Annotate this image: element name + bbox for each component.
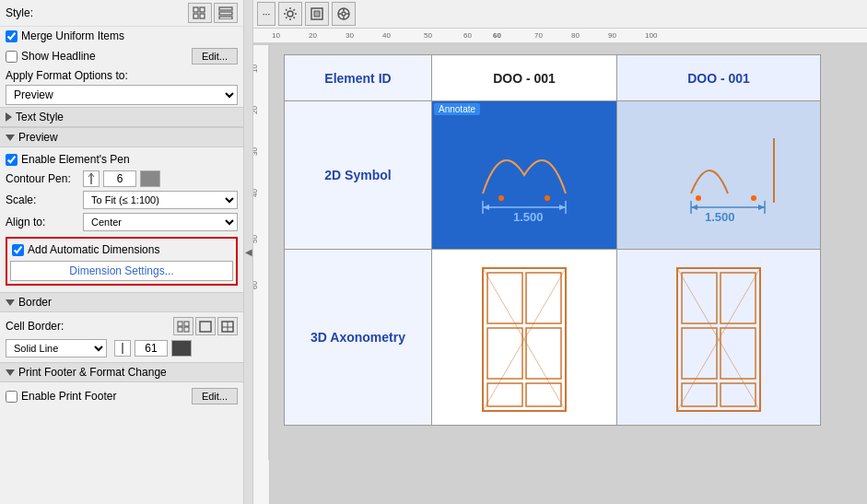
cell-2d-symbol1: Annotate bbox=[432, 101, 617, 250]
show-headline-edit-btn[interactable]: Edit... bbox=[192, 48, 238, 64]
panel-collapse-handle[interactable]: ◀ bbox=[244, 0, 253, 504]
svg-text:1.500: 1.500 bbox=[513, 210, 544, 224]
cell-3d-content2 bbox=[617, 250, 821, 426]
svg-text:30: 30 bbox=[346, 31, 354, 40]
scale-label: Scale: bbox=[6, 193, 79, 206]
merge-uniform-label: Merge Uniform Items bbox=[21, 29, 124, 42]
cell-border-icon3[interactable] bbox=[217, 317, 238, 335]
style-row: Style: bbox=[0, 0, 243, 27]
svg-text:60: 60 bbox=[463, 31, 472, 40]
svg-text:30: 30 bbox=[253, 147, 259, 156]
style-label: Style: bbox=[6, 6, 33, 19]
svg-text:10: 10 bbox=[253, 64, 259, 73]
dimension-settings-btn[interactable]: Dimension Settings... bbox=[10, 261, 233, 281]
cell-border-icons bbox=[173, 317, 238, 335]
style-icons bbox=[188, 3, 238, 23]
svg-point-17 bbox=[287, 11, 293, 17]
scale-select[interactable]: To Fit (≤ 1:100) 1:50 1:100 bbox=[83, 191, 238, 209]
cell-border-label: Cell Border: bbox=[6, 320, 64, 333]
merge-uniform-checkbox[interactable] bbox=[6, 30, 18, 42]
svg-text:90: 90 bbox=[608, 31, 616, 40]
cell-2d-label: 2D Symbol bbox=[285, 101, 432, 250]
svg-text:100: 100 bbox=[645, 31, 658, 40]
svg-point-48 bbox=[498, 195, 504, 201]
contour-pen-swatch[interactable] bbox=[140, 170, 160, 187]
symbol-2d-svg-1: 1.500 bbox=[432, 101, 616, 249]
svg-rect-0 bbox=[193, 7, 198, 12]
row-3d: 3D Axonometry bbox=[285, 250, 821, 426]
svg-rect-12 bbox=[200, 322, 211, 332]
apply-format-select[interactable]: Preview All Selected bbox=[6, 85, 238, 105]
toolbar-target-btn[interactable] bbox=[332, 2, 356, 26]
vertical-ruler: 10 20 30 40 50 60 bbox=[253, 45, 270, 504]
svg-point-60 bbox=[751, 195, 756, 201]
style-list-icon[interactable] bbox=[214, 3, 238, 23]
top-ruler: 10 20 30 40 50 60 60 70 80 90 100 bbox=[253, 29, 867, 45]
svg-rect-19 bbox=[314, 11, 320, 17]
style-grid-icon[interactable] bbox=[188, 3, 212, 23]
grid-area: Element ID DOO - 001 DOO - 001 2D Symbol bbox=[270, 45, 867, 504]
autodim-checkbox[interactable] bbox=[12, 244, 24, 256]
preview-header[interactable]: Preview bbox=[0, 127, 243, 147]
svg-point-49 bbox=[545, 195, 550, 201]
solid-line-swatch[interactable] bbox=[171, 340, 192, 357]
show-headline-left: Show Headline bbox=[6, 50, 96, 63]
svg-text:60: 60 bbox=[493, 31, 501, 40]
cell-2d-symbol2: 1.500 bbox=[617, 101, 821, 250]
svg-rect-5 bbox=[219, 12, 232, 15]
print-footer-edit-btn[interactable]: Edit... bbox=[192, 388, 238, 404]
svg-marker-57 bbox=[691, 205, 697, 210]
door-3d-svg-1 bbox=[432, 250, 616, 425]
print-footer-triangle bbox=[6, 369, 15, 376]
enable-pen-row: Enable Element's Pen bbox=[0, 150, 243, 169]
svg-marker-58 bbox=[758, 205, 765, 210]
svg-text:40: 40 bbox=[253, 189, 259, 197]
cell-element-id-value1: DOO - 001 bbox=[432, 55, 617, 101]
preview-label: Preview bbox=[18, 131, 58, 144]
cell-element-id-value2: DOO - 001 bbox=[617, 55, 821, 101]
print-footer-header[interactable]: Print Footer & Format Change bbox=[0, 362, 243, 382]
enable-print-footer-row: Enable Print Footer Edit... bbox=[0, 385, 243, 407]
show-headline-row: Show Headline Edit... bbox=[0, 45, 243, 67]
border-header[interactable]: Border bbox=[0, 292, 243, 312]
row-2d-symbol: 2D Symbol Annotate bbox=[285, 101, 821, 250]
enable-pen-checkbox[interactable] bbox=[6, 154, 18, 166]
contour-pen-value[interactable] bbox=[103, 170, 136, 187]
enable-print-footer-checkbox[interactable] bbox=[6, 391, 18, 403]
toolbar-settings-btn[interactable] bbox=[278, 2, 302, 26]
svg-rect-9 bbox=[184, 322, 189, 326]
contour-pen-icon bbox=[83, 170, 100, 187]
contour-pen-row: Contour Pen: bbox=[0, 169, 243, 189]
show-headline-checkbox[interactable] bbox=[6, 51, 18, 63]
border-content: Cell Border: Solid Line Dashed Dotted bbox=[0, 312, 243, 362]
enable-pen-label: Enable Element's Pen bbox=[21, 153, 130, 166]
align-select[interactable]: Center Left Right bbox=[83, 213, 238, 231]
solid-line-select[interactable]: Solid Line Dashed Dotted bbox=[6, 339, 107, 357]
svg-rect-4 bbox=[219, 7, 232, 10]
svg-text:60: 60 bbox=[253, 281, 259, 289]
cell-border-icon1[interactable] bbox=[173, 317, 193, 335]
text-style-label: Text Style bbox=[16, 111, 64, 123]
solid-line-pen-value[interactable] bbox=[135, 340, 168, 357]
toolbar-select-btn[interactable] bbox=[305, 2, 329, 26]
align-row: Align to: Center Left Right bbox=[0, 211, 243, 233]
autodim-label: Add Automatic Dimensions bbox=[28, 243, 159, 256]
toolbar-dots-btn[interactable]: ··· bbox=[257, 2, 275, 26]
svg-text:20: 20 bbox=[253, 106, 259, 114]
svg-rect-11 bbox=[184, 327, 189, 332]
svg-point-21 bbox=[342, 12, 346, 16]
border-label: Border bbox=[18, 296, 52, 309]
svg-text:80: 80 bbox=[571, 31, 580, 40]
text-style-triangle bbox=[6, 112, 12, 122]
svg-rect-8 bbox=[178, 322, 182, 326]
merge-uniform-row: Merge Uniform Items bbox=[0, 27, 243, 45]
svg-rect-6 bbox=[219, 17, 232, 19]
cell-border-icon2[interactable] bbox=[195, 317, 216, 335]
cell-element-id-label: Element ID bbox=[285, 55, 432, 101]
border-triangle bbox=[6, 299, 15, 306]
svg-rect-10 bbox=[178, 327, 182, 332]
text-style-header[interactable]: Text Style bbox=[0, 107, 243, 127]
svg-text:50: 50 bbox=[253, 235, 259, 243]
svg-rect-3 bbox=[200, 14, 205, 18]
door-3d-svg-2 bbox=[617, 250, 820, 425]
